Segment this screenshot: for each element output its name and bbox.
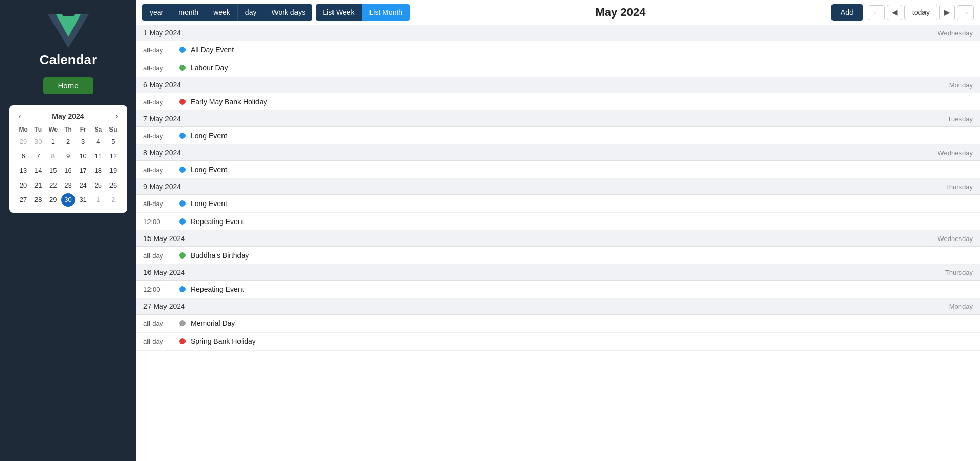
date-header-day: Thursday [945,269,973,276]
mini-cal-day-cell[interactable]: 26 [106,179,120,192]
mini-cal-day-cell[interactable]: 1 [46,135,60,149]
event-row[interactable]: 12:00Repeating Event [136,213,980,231]
date-header: 27 May 2024Monday [136,299,980,315]
mini-cal-day-cell[interactable]: 7 [31,150,45,163]
mini-cal-day-cell[interactable]: 21 [31,179,45,192]
event-title: Buddha's Birthday [191,251,249,260]
mini-cal-day-header: We [46,125,60,134]
mini-cal-day-cell[interactable]: 28 [31,193,45,207]
today-button[interactable]: today [904,5,937,20]
event-row[interactable]: all-dayLabour Day [136,59,980,77]
mini-cal-day-cell[interactable]: 12 [106,150,120,163]
event-title: Memorial Day [191,319,235,327]
mini-cal-day-header: Su [106,125,120,134]
event-dot [179,200,186,207]
event-dot [179,99,186,105]
date-header-day: Wednesday [938,235,973,243]
mini-cal-day-cell[interactable]: 19 [106,164,120,177]
mini-cal-day-cell[interactable]: 11 [91,150,105,163]
event-dot [179,65,186,71]
event-row[interactable]: all-dayBuddha's Birthday [136,247,980,265]
next-icon-btn[interactable]: → [957,5,974,20]
view-btn-month[interactable]: month [171,4,206,21]
mini-cal-day-cell[interactable]: 23 [61,179,75,192]
list-btn-listmonth[interactable]: List Month [362,4,410,21]
vue-logo-v [48,14,89,48]
mini-cal-day-cell[interactable]: 17 [76,164,90,177]
prev-icon-btn[interactable]: ← [868,5,885,20]
event-row[interactable]: all-dayLong Event [136,195,980,213]
event-row[interactable]: 12:00Repeating Event [136,281,980,299]
event-dot [179,218,186,225]
home-button[interactable]: Home [43,77,93,94]
mini-cal-day-header: Mo [16,125,30,134]
view-btn-week[interactable]: week [206,4,238,21]
date-header-label: 16 May 2024 [143,268,185,276]
mini-cal-day-cell[interactable]: 2 [106,193,120,207]
date-header-label: 27 May 2024 [143,302,185,310]
event-row[interactable]: all-dayAll Day Event [136,41,980,59]
add-button[interactable]: Add [831,4,863,21]
event-time: all-day [143,46,179,54]
mini-cal-day-cell[interactable]: 6 [16,150,30,163]
mini-cal-day-cell[interactable]: 5 [106,135,120,149]
mini-cal-day-cell[interactable]: 29 [16,135,30,149]
event-dot [179,286,186,292]
prev-month-icon-btn[interactable]: ◀ [887,5,902,20]
mini-cal-day-cell[interactable]: 3 [76,135,90,149]
mini-cal-day-cell[interactable]: 4 [91,135,105,149]
mini-cal-next[interactable]: › [113,112,120,121]
mini-cal-month-year: May 2024 [52,112,84,120]
event-time: all-day [143,320,179,327]
view-btn-day[interactable]: day [238,4,265,21]
next-month-icon-btn[interactable]: ▶ [939,5,955,20]
mini-cal-day-cell[interactable]: 30 [61,193,75,207]
date-header-day: Tuesday [948,115,973,123]
mini-cal-day-cell[interactable]: 9 [61,150,75,163]
mini-cal-day-cell[interactable]: 18 [91,164,105,177]
mini-cal-day-cell[interactable]: 15 [46,164,60,177]
event-time: all-day [143,166,179,174]
mini-cal-header: ‹ May 2024 › [16,112,120,121]
mini-cal-day-cell[interactable]: 13 [16,164,30,177]
mini-cal-day-cell[interactable]: 22 [46,179,60,192]
mini-cal-day-cell[interactable]: 10 [76,150,90,163]
event-row[interactable]: all-dayLong Event [136,127,980,145]
mini-cal-day-cell[interactable]: 1 [91,193,105,207]
mini-cal-day-cell[interactable]: 14 [31,164,45,177]
mini-cal-prev[interactable]: ‹ [16,112,23,121]
view-btn-workdays[interactable]: Work days [264,4,312,21]
event-row[interactable]: all-dayEarly May Bank Holiday [136,93,980,111]
event-time: all-day [143,338,179,345]
event-title: Repeating Event [191,285,244,293]
list-btn-listweek[interactable]: List Week [316,4,362,21]
date-header: 15 May 2024Wednesday [136,231,980,247]
mini-cal-day-cell[interactable]: 27 [16,193,30,207]
mini-cal-day-cell[interactable]: 31 [76,193,90,207]
mini-cal-day-cell[interactable]: 8 [46,150,60,163]
mini-cal-day-cell[interactable]: 20 [16,179,30,192]
date-header: 9 May 2024Thursday [136,179,980,195]
mini-cal-day-cell[interactable]: 25 [91,179,105,192]
event-list: 1 May 2024Wednesdayall-dayAll Day Eventa… [136,25,980,461]
event-title: Labour Day [191,64,228,72]
view-btn-year[interactable]: year [142,4,171,21]
list-buttons: List WeekList Month [316,4,410,21]
mini-cal-day-cell[interactable]: 2 [61,135,75,149]
event-time: all-day [143,200,179,208]
event-dot [179,320,186,326]
mini-cal-day-header: Tu [31,125,45,134]
date-header-label: 6 May 2024 [143,81,181,89]
date-header: 1 May 2024Wednesday [136,25,980,41]
mini-cal-day-cell[interactable]: 30 [31,135,45,149]
date-header: 16 May 2024Thursday [136,265,980,281]
date-header-label: 9 May 2024 [143,182,181,191]
event-row[interactable]: all-dayMemorial Day [136,315,980,333]
mini-cal-day-cell[interactable]: 29 [46,193,60,207]
date-header-label: 15 May 2024 [143,234,185,243]
event-row[interactable]: all-daySpring Bank Holiday [136,333,980,351]
date-header-day: Wednesday [938,149,973,157]
mini-cal-day-cell[interactable]: 24 [76,179,90,192]
mini-cal-day-cell[interactable]: 16 [61,164,75,177]
event-row[interactable]: all-dayLong Event [136,161,980,179]
